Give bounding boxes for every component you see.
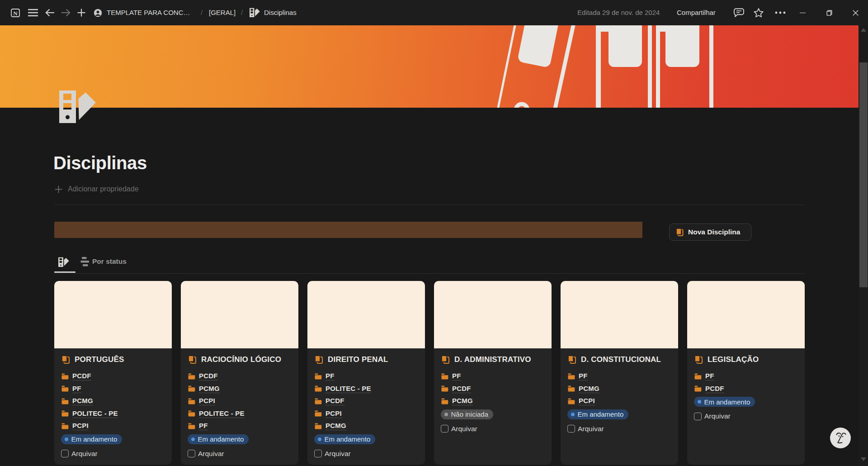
svg-text:N: N — [13, 10, 18, 17]
